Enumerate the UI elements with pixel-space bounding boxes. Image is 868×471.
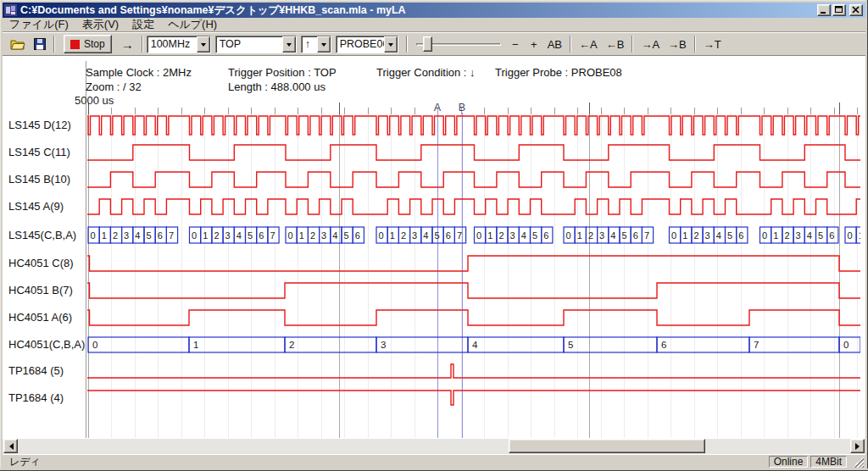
toolbar-separator (632, 36, 633, 53)
run-button[interactable]: → (117, 35, 138, 53)
zoom-slider[interactable] (416, 35, 501, 53)
channel-label-ls145-cba: LS145(C,B,A) (8, 229, 76, 241)
menu-settings[interactable]: 設定 (125, 16, 161, 33)
horizontal-scrollbar[interactable] (3, 439, 865, 454)
channel-label-tp1684-5: TP1684 (5) (8, 364, 64, 377)
open-folder-icon (10, 38, 25, 50)
time-scale-label: 5000 us (75, 94, 114, 107)
zoom-in-button[interactable]: + (525, 35, 543, 53)
channel-label-hc4051-cba: HC4051(C,B,A) (8, 338, 85, 351)
channel-label-hc4051-b7: HC4051 B(7) (8, 284, 73, 296)
save-floppy-icon (34, 38, 46, 50)
scroll-right-icon (855, 443, 863, 450)
jump-to-a-button[interactable]: ←A (575, 35, 602, 53)
toolbar-separator (142, 36, 143, 53)
trigger-position-dropdown-button[interactable] (282, 36, 296, 53)
toolbar: Stop → 100MHzTOP↑PROBE00 −+AB←A←B→A→B→T (3, 32, 865, 56)
zoom-slider-thumb[interactable] (423, 36, 432, 52)
trigger-probe-info: Trigger Probe : PROBE08 (495, 66, 622, 79)
scroll-left-button[interactable] (3, 439, 18, 453)
sample-clock-value: 100MHz (147, 36, 197, 53)
minimize-button[interactable] (817, 4, 831, 16)
channel-label-ls145-d12: LS145 D(12) (8, 119, 71, 131)
close-button[interactable] (849, 4, 863, 16)
status-message: レディ (4, 455, 769, 469)
channel-label-ls145-b10: LS145 B(10) (8, 173, 70, 186)
trigger-edge-value: ↑ (302, 36, 317, 53)
cursor-button-group: −+AB←A←B→A→B→T (506, 35, 726, 53)
scrollbar-thumb[interactable] (509, 439, 705, 453)
toolbar-separator (406, 36, 408, 53)
dropdown-arrow-icon (321, 43, 326, 49)
sample-clock-combobox[interactable]: 100MHz (147, 36, 211, 53)
jump-to-b-button[interactable]: ←B (602, 35, 629, 53)
channel-label-ls145-a9: LS145 A(9) (8, 200, 64, 213)
trigger-edge-dropdown-button[interactable] (317, 36, 331, 53)
statusbar: レディ Online 4MBit (3, 454, 865, 468)
window-title: C:¥Documents and Settings¥noname¥デスクトップ¥… (20, 3, 817, 18)
trigger-position-combobox[interactable]: TOP (215, 36, 297, 53)
online-status-badge: Online (769, 456, 809, 468)
app-window: Sample Clock : 2MHz Trigger Position : T… (0, 0, 868, 471)
close-icon (851, 5, 861, 15)
menu-file[interactable]: ファイル(F) (3, 16, 75, 33)
toolbar-separator (694, 36, 696, 53)
save-button[interactable] (30, 35, 50, 53)
channel-label-hc4051-c8: HC4051 C(8) (8, 257, 74, 269)
trigger-settings-group: 100MHzTOP↑PROBE00 (147, 36, 403, 53)
trigger-probe-combobox[interactable]: PROBE00 (336, 36, 398, 53)
channel-label-hc4051-a6: HC4051 A(6) (8, 311, 72, 324)
sample-clock-info: Sample Clock : 2MHz (86, 66, 192, 79)
trigger-probe-dropdown-button[interactable] (384, 36, 398, 53)
scroll-right-button[interactable] (850, 439, 865, 453)
app-icon (4, 4, 17, 16)
open-file-button[interactable] (6, 35, 30, 53)
length-info: Length : 488.000 us (228, 80, 326, 93)
set-cursor-a-button[interactable]: →A (637, 35, 664, 53)
waveform-client-area (3, 56, 865, 439)
menu-view[interactable]: 表示(V) (75, 16, 125, 33)
memory-size-badge: 4MBit (810, 456, 847, 468)
scroll-left-icon (6, 443, 14, 450)
menu-help[interactable]: ヘルプ(H) (161, 16, 224, 33)
zoom-fit-ab-button[interactable]: AB (543, 35, 566, 53)
channel-label-tp1684-4: TP1684 (4) (8, 391, 64, 404)
maximize-button[interactable] (832, 4, 846, 16)
trigger-position-value: TOP (216, 36, 282, 53)
trigger-probe-value: PROBE00 (337, 36, 384, 53)
toolbar-separator (53, 36, 55, 53)
dropdown-arrow-icon (201, 43, 206, 49)
trigger-position-info: Trigger Position : TOP (228, 66, 337, 79)
stop-button[interactable]: Stop (64, 35, 112, 53)
dropdown-arrow-icon (287, 43, 292, 49)
set-cursor-b-button[interactable]: →B (664, 35, 691, 53)
dropdown-arrow-icon (388, 43, 393, 49)
toolbar-separator (570, 36, 571, 53)
zoom-info: Zoom : / 32 (86, 80, 142, 93)
zoom-out-button[interactable]: − (506, 35, 525, 53)
stop-square-icon (70, 40, 80, 49)
minimize-icon (819, 5, 829, 15)
resize-grip[interactable] (853, 457, 864, 468)
stop-label: Stop (84, 38, 105, 50)
channel-label-ls145-c11: LS145 C(11) (8, 146, 70, 158)
maximize-icon (834, 5, 844, 15)
jump-to-trigger-button[interactable]: →T (699, 35, 726, 53)
menubar: ファイル(F)表示(V)設定ヘルプ(H) (3, 18, 865, 32)
trigger-edge-combobox[interactable]: ↑ (301, 36, 331, 53)
trigger-condition-info: Trigger Condition : ↓ (376, 66, 476, 79)
sample-clock-dropdown-button[interactable] (197, 36, 210, 53)
